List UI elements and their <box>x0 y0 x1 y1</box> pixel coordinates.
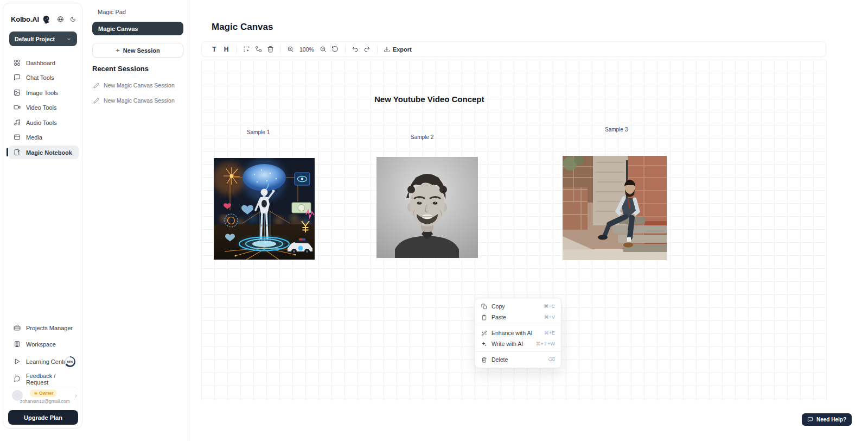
shortcut-hint: ⌘+V <box>544 314 555 320</box>
sidebar-item-label: Video Tools <box>26 104 56 111</box>
need-help-label: Need Help? <box>816 417 846 423</box>
zoom-level[interactable]: 100% <box>296 46 317 53</box>
tab-magic-canvas[interactable]: Magic Canvas <box>92 22 183 35</box>
sidebar-item-label: Feedback / Request <box>26 373 79 386</box>
rotate-icon <box>331 46 339 53</box>
divider <box>475 351 561 352</box>
sample-1-label[interactable]: Sample 1 <box>247 129 270 135</box>
user-email: zoharvan12@gmail.com <box>20 399 70 404</box>
sparkles-icon <box>481 341 487 347</box>
sidebar-item-projects-manager[interactable]: Projects Manager <box>9 321 79 335</box>
progress-value: 66% <box>66 357 74 366</box>
session-list-item[interactable]: New Magic Canvas Session <box>93 82 175 89</box>
sample-2-label[interactable]: Sample 2 <box>411 134 433 140</box>
sample-3-label[interactable]: Sample 3 <box>605 127 628 133</box>
zoom-in-icon <box>287 46 294 53</box>
select-tool-icon <box>243 46 250 53</box>
sessions-panel: Magic Pad Magic Canvas + New Session Rec… <box>83 0 188 441</box>
sample-1-image[interactable] <box>214 158 315 260</box>
context-menu-item-enhance-with-ai[interactable]: Enhance with AI ⌘+E <box>475 327 561 338</box>
sidebar-item-label: Image Tools <box>26 90 58 96</box>
audio-icon <box>14 119 21 126</box>
context-menu-item-copy[interactable]: Copy ⌘+C <box>475 301 561 312</box>
notebook-icon <box>14 149 21 156</box>
recent-sessions-heading: Recent Sessions <box>92 65 149 73</box>
sidebar-item-workspace[interactable]: Workspace <box>9 337 79 351</box>
connector-tool-icon <box>255 46 262 53</box>
user-chevron-icon[interactable] <box>74 394 78 398</box>
tab-magic-pad[interactable]: Magic Pad <box>98 9 126 15</box>
copy-icon <box>481 304 487 310</box>
image-icon <box>14 89 21 96</box>
session-item-label: New Magic Canvas Session <box>104 82 175 89</box>
sidebar-item-image-tools[interactable]: Image Tools <box>9 86 79 99</box>
context-menu: Copy ⌘+C Paste ⌘+V Enhance with AI ⌘+E W… <box>475 298 561 368</box>
download-icon <box>384 46 390 53</box>
zoom-out-icon <box>320 46 327 53</box>
heading-tool-glyph: H <box>224 46 229 53</box>
session-list-item[interactable]: New Magic Canvas Session <box>93 97 175 104</box>
sidebar-item-audio-tools[interactable]: Audio Tools <box>9 116 79 129</box>
canvas-grid[interactable]: New Youtube Video Concept Sample 1 Sampl… <box>201 60 827 400</box>
heading-tool-button[interactable]: H <box>220 43 232 55</box>
context-menu-item-delete[interactable]: Delete ⌫ <box>475 354 561 365</box>
context-menu-item-write-with-ai[interactable]: Write with AI ⌘+⇧+W <box>475 338 561 349</box>
project-selector[interactable]: Default Project <box>9 32 77 46</box>
redo-button[interactable] <box>361 43 373 55</box>
sidebar-item-chat-tools[interactable]: Chat Tools <box>9 71 79 84</box>
export-label: Export <box>393 46 412 53</box>
context-menu-label: Paste <box>492 314 506 320</box>
active-indicator <box>7 148 8 156</box>
clipboard-icon <box>481 314 487 320</box>
dark-mode-moon-icon[interactable] <box>70 16 76 22</box>
zoom-in-button[interactable] <box>284 43 296 55</box>
crown-icon <box>34 391 38 395</box>
sidebar-item-media[interactable]: Media <box>9 130 79 144</box>
sidebar-item-label: Workspace <box>26 341 56 348</box>
project-selector-label: Default Project <box>15 36 55 42</box>
sidebar-item-label: Audio Tools <box>26 119 57 126</box>
sidebar-item-dashboard[interactable]: Dashboard <box>9 56 79 70</box>
canvas-toolbar: T H 100% Export <box>201 41 826 57</box>
owner-badge: Owner <box>30 389 57 397</box>
shortcut-hint: ⌘+E <box>544 330 555 336</box>
trash-icon <box>481 357 487 363</box>
app-logo: Kolbo.AI <box>11 15 39 23</box>
undo-button[interactable] <box>349 43 361 55</box>
sidebar-item-label: Chat Tools <box>26 74 54 81</box>
shortcut-hint: ⌘+C <box>544 304 555 309</box>
logo-head-icon <box>42 15 51 24</box>
context-menu-label: Copy <box>492 303 505 310</box>
trash-icon <box>267 46 274 53</box>
app-root: Kolbo.AI Default Project Dashboard Chat <box>0 0 868 441</box>
shape-connector-tool-button[interactable] <box>252 43 264 55</box>
language-globe-icon[interactable] <box>57 16 64 23</box>
sidebar-item-label: Learning Center <box>26 358 69 365</box>
divider <box>280 45 280 54</box>
need-help-button[interactable]: Need Help? <box>802 413 852 426</box>
primary-sidebar: Kolbo.AI Default Project Dashboard Chat <box>3 3 82 429</box>
session-item-label: New Magic Canvas Session <box>104 97 175 104</box>
divider <box>377 45 378 54</box>
undo-icon <box>352 46 359 53</box>
sidebar-header: Kolbo.AI <box>11 14 76 24</box>
new-session-button[interactable]: + New Session <box>92 43 183 58</box>
sidebar-item-magic-notebook[interactable]: Magic Notebook <box>9 146 79 159</box>
select-tool-button[interactable] <box>240 43 252 55</box>
upgrade-plan-button[interactable]: Upgrade Plan <box>8 410 78 425</box>
context-menu-item-paste[interactable]: Paste ⌘+V <box>475 312 561 323</box>
sidebar-item-video-tools[interactable]: Video Tools <box>9 100 79 114</box>
canvas-heading[interactable]: New Youtube Video Concept <box>374 94 484 104</box>
delete-tool-button[interactable] <box>264 43 276 55</box>
sidebar-item-feedback[interactable]: Feedback / Request <box>9 372 79 386</box>
play-icon <box>14 358 21 365</box>
context-menu-label: Delete <box>492 356 508 363</box>
text-tool-button[interactable]: T <box>208 43 220 55</box>
export-button[interactable]: Export <box>381 46 414 53</box>
reset-view-button[interactable] <box>329 43 341 55</box>
sample-2-image[interactable] <box>376 157 478 258</box>
sidebar-item-learning-center[interactable]: Learning Center 66% <box>9 355 79 368</box>
progress-ring: 66% <box>65 356 75 367</box>
sample-3-image[interactable] <box>563 156 667 260</box>
zoom-out-button[interactable] <box>317 43 329 55</box>
